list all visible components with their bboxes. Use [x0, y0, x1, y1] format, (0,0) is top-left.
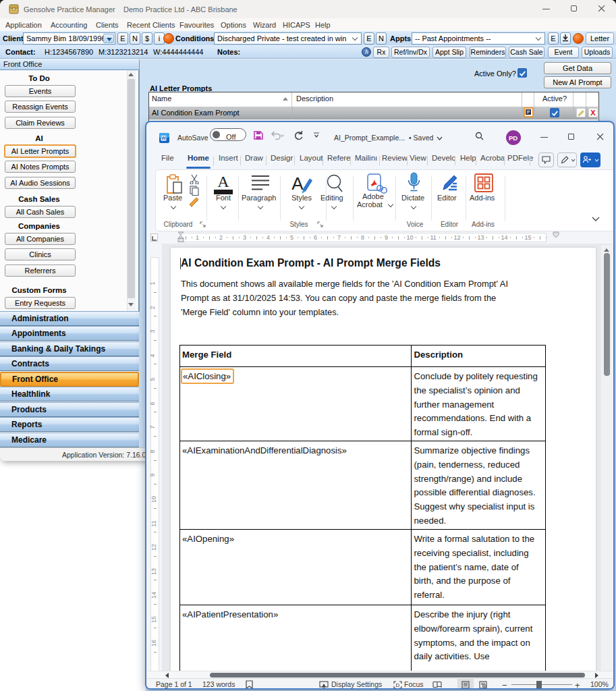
svg-text:D: D — [396, 682, 400, 688]
svg-text:W: W — [161, 135, 167, 141]
svg-text:A: A — [291, 173, 304, 194]
svg-text:A: A — [217, 173, 229, 190]
